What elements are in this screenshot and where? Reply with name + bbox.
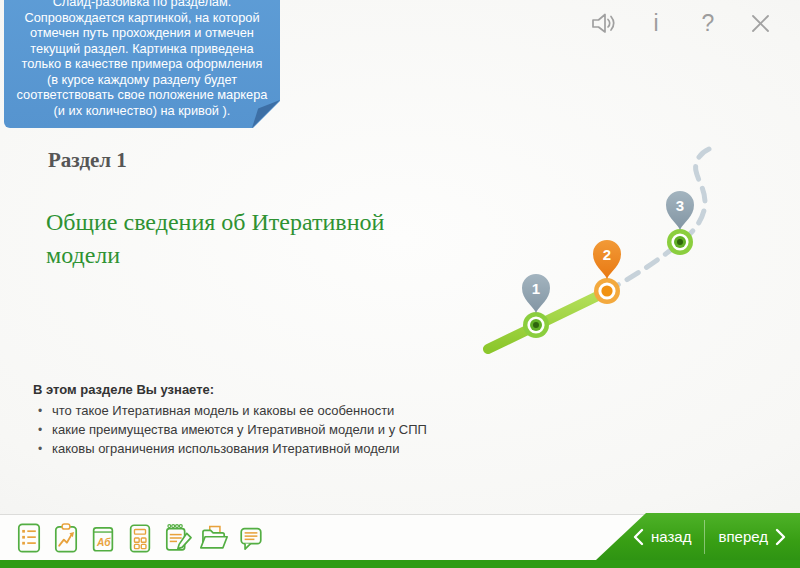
learn-heading: В этом разделе Вы узнаете: <box>33 382 463 397</box>
chevron-right-icon <box>775 528 786 546</box>
info-icon: i <box>653 12 658 35</box>
glossary-button[interactable]: Аб <box>85 517 120 559</box>
learn-block: В этом разделе Вы узнаете: что такое Ите… <box>33 382 463 459</box>
comments-icon <box>234 518 268 558</box>
marker-number: 2 <box>603 246 611 263</box>
outline-icon <box>12 518 46 558</box>
path-dot-2 <box>594 278 620 304</box>
bottom-accent-strip <box>0 560 800 568</box>
note-bubble-text: Слайд-разбивка по разделам. Сопровождает… <box>4 0 280 128</box>
marker-pin-1: 1 <box>522 274 550 313</box>
marker-number: 1 <box>532 280 540 297</box>
forward-button[interactable]: вперед <box>718 528 786 546</box>
list-item: что такое Итеративная модель и каковы ее… <box>33 402 463 420</box>
back-button[interactable]: назад <box>633 528 691 546</box>
calculator-icon <box>123 518 157 558</box>
marker-pin-3: 3 <box>666 191 694 230</box>
notes-button[interactable] <box>159 517 194 559</box>
notes-icon <box>160 518 194 558</box>
forward-label: вперед <box>718 528 768 545</box>
info-button[interactable]: i <box>642 10 670 36</box>
learn-list: что такое Итеративная модель и каковы ее… <box>33 402 463 458</box>
glossary-icon: Аб <box>86 518 120 558</box>
comments-button[interactable] <box>233 517 268 559</box>
marker-pin-2: 2 <box>593 240 621 279</box>
list-item: каковы ограничения использования Итерати… <box>33 440 463 458</box>
progress-path-graphic: 1 2 3 <box>460 140 780 380</box>
list-item: какие преимущества имеются у Итеративной… <box>33 421 463 439</box>
outline-button[interactable] <box>11 517 46 559</box>
marker-number: 3 <box>676 197 684 214</box>
statistics-button[interactable] <box>48 517 83 559</box>
path-upcoming-dashed <box>607 149 709 291</box>
resources-button[interactable] <box>196 517 231 559</box>
resources-icon <box>197 518 231 558</box>
path-dot-3 <box>667 229 693 255</box>
chevron-left-icon <box>633 528 644 546</box>
help-button[interactable]: ? <box>694 10 722 36</box>
section-label: Раздел 1 <box>48 148 127 173</box>
back-label: назад <box>651 528 691 545</box>
nav-divider <box>704 520 705 554</box>
glossary-label: Аб <box>96 536 111 547</box>
statistics-icon <box>49 518 83 558</box>
path-dot-1 <box>523 312 549 338</box>
volume-button[interactable] <box>590 10 618 36</box>
help-icon: ? <box>702 12 715 35</box>
page-title: Общие сведения об Итеративной модели <box>46 206 444 272</box>
calculator-button[interactable] <box>122 517 157 559</box>
note-bubble: Слайд-разбивка по разделам. Сопровождает… <box>4 0 280 128</box>
close-button[interactable] <box>746 10 774 36</box>
volume-icon <box>591 12 618 35</box>
close-icon <box>750 13 771 34</box>
top-controls: i ? <box>590 10 774 36</box>
